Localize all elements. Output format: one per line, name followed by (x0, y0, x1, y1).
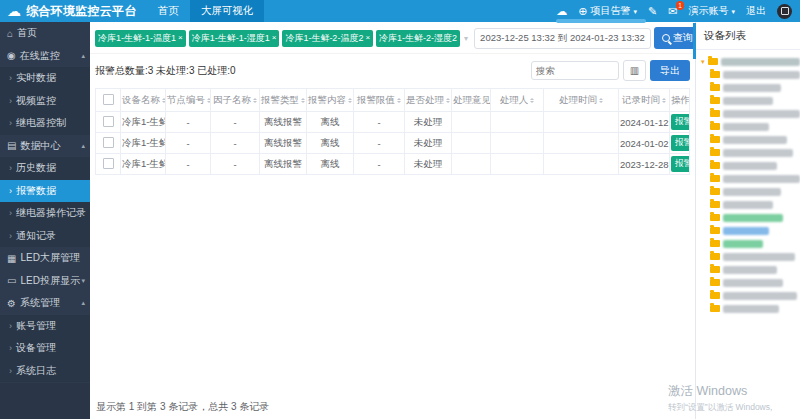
tab-home[interactable]: 首页 (147, 0, 190, 22)
sidebar-item[interactable]: › 账号管理 (0, 315, 90, 338)
tree-device-node[interactable] (701, 302, 800, 315)
columns-toggle-icon[interactable]: ▥ (623, 60, 646, 81)
column-header[interactable]: 记录时间 (619, 89, 670, 112)
tree-device-node[interactable] (701, 185, 800, 198)
row-checkbox[interactable] (103, 137, 114, 148)
project-alarm-menu[interactable]: ⊕ 项目告警 ▾ (578, 4, 637, 18)
sidebar-item-label: 首页 (17, 26, 37, 40)
tree-device-node[interactable] (701, 211, 800, 224)
tree-device-node[interactable] (701, 198, 800, 211)
horizontal-scrollbar-thumb[interactable] (556, 19, 646, 23)
sort-icon[interactable] (662, 98, 666, 103)
tree-device-node[interactable] (701, 237, 800, 250)
sort-icon[interactable] (348, 98, 352, 103)
close-icon[interactable]: × (272, 34, 277, 42)
tree-device-node[interactable] (701, 289, 800, 302)
tree-device-node[interactable] (701, 94, 800, 107)
column-header[interactable]: 报警限值 (354, 89, 405, 112)
row-checkbox[interactable] (103, 158, 114, 169)
tree-device-node[interactable] (701, 172, 800, 185)
column-header[interactable]: 因子名称 (211, 89, 260, 112)
sidebar-item-label: 继电器控制 (16, 116, 66, 130)
column-header[interactable]: 处理人 (491, 89, 544, 112)
vertical-scrollbar-thumb[interactable] (693, 23, 696, 59)
chevron-down-icon[interactable]: ▾ (464, 34, 468, 43)
sidebar-item[interactable]: ▭ LED投屏显示 ▾ (0, 270, 90, 293)
close-icon[interactable]: × (178, 34, 183, 42)
alarm-process-button[interactable]: 报警处理 (671, 114, 690, 130)
sort-icon[interactable] (446, 98, 450, 103)
tree-expand-icon[interactable]: ▾ (701, 58, 705, 65)
sidebar-item[interactable]: › 继电器操作记录 (0, 202, 90, 225)
folder-icon (710, 123, 720, 130)
alarm-process-button[interactable]: 报警处理 (671, 135, 690, 151)
tree-device-node[interactable] (701, 263, 800, 276)
export-button[interactable]: 导出 (650, 60, 690, 81)
record-count-text: 显示第 1 到第 3 条记录，总共 3 条记录 (96, 400, 269, 414)
tree-root-node[interactable]: ▾ (701, 55, 800, 68)
sidebar-item[interactable]: › 通知记录 (0, 225, 90, 248)
cell-factor-name: - (211, 133, 260, 154)
sidebar-item-label: 报警数据 (16, 184, 56, 198)
sidebar-item[interactable]: › 继电器控制 (0, 112, 90, 135)
tree-device-node[interactable] (701, 224, 800, 237)
column-header[interactable]: 是否处理 (405, 89, 452, 112)
tree-device-node[interactable] (701, 250, 800, 263)
sidebar-item[interactable]: ▦ LED大屏管理 (0, 247, 90, 270)
tree-device-node[interactable] (701, 276, 800, 289)
sort-icon[interactable] (599, 98, 603, 103)
sidebar-item[interactable]: › 视频监控 (0, 90, 90, 113)
row-checkbox[interactable] (103, 116, 114, 127)
account-menu[interactable]: 演示账号 ▾ (688, 4, 735, 18)
column-header[interactable]: 处理意见 (452, 89, 491, 112)
blurred-device-label (723, 201, 773, 209)
edit-icon[interactable]: ✎ (648, 6, 657, 17)
cell-alarm-limit: - (354, 112, 405, 133)
sidebar-item[interactable]: ⌂ 首页 (0, 22, 90, 45)
close-icon[interactable]: × (365, 34, 370, 42)
sidebar-item[interactable]: › 实时数据 (0, 67, 90, 90)
tree-device-node[interactable] (701, 146, 800, 159)
tree-device-node[interactable] (701, 159, 800, 172)
sort-icon[interactable] (301, 98, 305, 103)
tree-device-node[interactable] (701, 120, 800, 133)
notification-button[interactable]: ✉ 1 (668, 6, 677, 17)
sidebar-item-label: 视频监控 (16, 94, 56, 108)
logout-button[interactable]: 退出 (746, 4, 766, 18)
alarm-process-button[interactable]: 报警处理 (671, 156, 690, 172)
select-all-checkbox[interactable] (103, 94, 114, 105)
date-range-input[interactable]: 2023-12-25 13:32 到 2024-01-23 13:32 (474, 28, 651, 49)
column-header[interactable]: 设备名称 (121, 89, 166, 112)
search-input[interactable] (531, 61, 619, 80)
sidebar-item-label: 账号管理 (16, 319, 56, 333)
sidebar-item[interactable]: ⚙ 系统管理 ▴ (0, 292, 90, 315)
column-header[interactable]: 处理时间 (544, 89, 619, 112)
sidebar-item[interactable]: › 历史数据 (0, 157, 90, 180)
sort-icon[interactable] (530, 98, 534, 103)
sidebar-item[interactable]: › 报警数据 (0, 180, 90, 203)
sort-icon[interactable] (253, 98, 257, 103)
sort-icon[interactable] (207, 98, 211, 103)
sort-icon[interactable] (162, 98, 166, 103)
column-header[interactable]: 报警内容 (307, 89, 354, 112)
tree-device-node[interactable] (701, 133, 800, 146)
tab-dashboard[interactable]: 大屏可视化 (190, 0, 265, 22)
column-header[interactable]: 操作 (670, 89, 690, 112)
sensor-filter-tag[interactable]: 冷库1-生鲜-2-温度2 × (282, 30, 373, 47)
tree-device-node[interactable] (701, 107, 800, 120)
tree-device-node[interactable] (701, 68, 800, 81)
chevron-right-icon: › (9, 73, 12, 83)
tree-device-node[interactable] (701, 81, 800, 94)
sort-icon[interactable] (397, 98, 401, 103)
sensor-filter-tag[interactable]: 冷库1-生鲜-1-温度1 × (95, 30, 186, 47)
column-header[interactable]: 报警类型 (260, 89, 307, 112)
sidebar-item[interactable]: › 系统日志 (0, 360, 90, 383)
sensor-filter-tag[interactable]: 冷库1-生鲜-2-湿度2 × (376, 30, 460, 47)
sensor-filter-tag[interactable]: 冷库1-生鲜-1-湿度1 × (189, 30, 280, 47)
sidebar-item[interactable]: ◉ 在线监控 ▴ (0, 45, 90, 68)
cloud-status-icon[interactable]: ☁ (556, 6, 567, 17)
cell-alarm-type: 离线报警 (260, 133, 307, 154)
sidebar-item[interactable]: ▤ 数据中心 ▴ (0, 135, 90, 158)
sidebar-item[interactable]: › 设备管理 (0, 337, 90, 360)
column-header[interactable]: 节点编号 (166, 89, 211, 112)
